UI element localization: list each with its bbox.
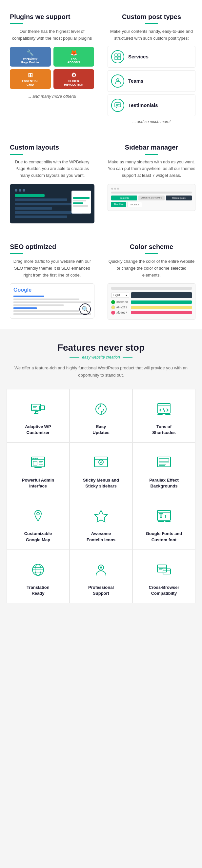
admin-icon [30,454,46,471]
cpt-title: Custom post types [107,13,196,21]
cpt-icon-testimonials [111,99,124,112]
feature-map-label: CustomizableGoogle Map [24,531,52,542]
svg-marker-38 [95,510,107,522]
svg-rect-3 [118,57,121,60]
cp-color-row-2: #f4e271 [111,305,192,309]
cp-light-select[interactable]: Light ▾ [111,292,129,298]
feature-adaptive-wp: Adaptive WPCustomizer [6,389,69,442]
page-wrapper: Plugins we support Our theme has the hig… [0,0,202,616]
feature-fontello-label: AwesomeFontello Icons [87,531,115,542]
feature-icon-map [28,506,48,526]
feature-support-label: ProfessionalSupport [88,585,114,596]
svg-text:T: T [164,514,167,519]
cp-swatch-1 [131,301,192,304]
feature-admin: Powerful AdminInterface [6,442,69,496]
feature-browser-label: Cross-BrowserCompatibilty [148,585,179,596]
dot2 [19,189,21,192]
layout-bar-med [15,198,67,201]
feature-google-map: CustomizableGoogle Map [6,496,69,550]
svg-point-22 [34,458,36,459]
feature-easy-updates: EasyUpdates [69,389,133,442]
easy-updates-icon [93,401,109,417]
plugin-slider: ⚙ SLIDERREVOLUTION [54,69,95,89]
plugins-title: Plugins we support [10,13,94,21]
browser-icon [156,562,172,578]
cpt-item-teams: Teams [107,70,196,92]
sidebar-manager-title: Sidebar manager [107,144,196,151]
support-icon [93,562,109,578]
custom-post-column: Custom post types Make your contents han… [101,10,202,127]
cp-chevron-icon: ▾ [126,294,127,297]
svg-rect-24 [33,461,37,465]
sticky-icon [93,454,109,471]
feature-fontello: AwesomeFontello Icons [69,496,133,550]
feature-icon-admin [28,453,48,472]
fontello-icon [93,508,109,524]
features-subtitle-line-right [123,357,133,358]
color-scheme-title: Color scheme [107,243,196,251]
feature-updates-label: EasyUpdates [93,424,109,436]
plugin-trx-label: TRXADDONS [67,57,80,64]
feature-admin-label: Powerful AdminInterface [22,477,54,489]
svg-rect-29 [95,457,107,467]
feature-icon-adaptive [28,399,48,419]
color-preview: Light ▾ #0ab138 #f4e271 #f0 [107,283,196,319]
plugins-desc: Our theme has the highest level of compa… [10,28,94,42]
plugin-trx-icon: 🦊 [70,49,77,56]
cpt-teams-label: Teams [128,78,143,84]
search-icon: 🔍 [82,306,89,313]
cp-dark-bar [131,292,192,298]
cpt-services-label: Services [128,54,148,59]
cpt-title-line [145,23,158,24]
seo-line3 [13,302,91,303]
feature-icon-parallax [154,453,174,472]
color-scheme-column: Color scheme Quickly change the color of… [101,240,202,323]
svg-point-21 [32,458,34,459]
plugin-wpbakery-icon: 🔧 [27,49,34,56]
feature-icon-support [91,560,111,580]
feature-icon-shortcodes [154,399,174,419]
feature-sticky: Sticky Menus andSticky sidebars [69,442,133,496]
svg-rect-1 [118,54,121,56]
cpt-icon-services [111,50,124,63]
lower-section: SEO optimized Drag more traffic to your … [0,233,202,329]
cpt-icon-teams [111,74,124,88]
fonts-icon: T T [156,508,172,524]
sb-grid-row2: About Me MOBILE [111,202,192,207]
feature-icon-fontello [91,506,111,526]
seo-line1 [13,296,44,297]
sb-dot3 [117,188,119,190]
top-section: Plugins we support Our theme has the hig… [0,0,202,134]
sb-dot1 [111,188,113,190]
features-title: Features never stop [6,342,196,353]
feature-support: ProfessionalSupport [69,550,133,603]
testimonials-svg-icon [114,102,121,109]
seo-preview: Google 🔍 [10,283,95,318]
sub-bar1 [73,197,90,199]
color-scheme-desc: Quickly change the color of the entire w… [107,258,196,279]
plugin-slider-icon: ⚙ [71,71,76,79]
plugin-essential: ⊞ ESSENTIALGRID [10,69,51,89]
svg-point-13 [96,404,106,414]
feature-icon-translation [28,560,48,580]
svg-rect-14 [158,403,170,413]
cp-hex-1: #0ab138 [116,301,130,304]
layout-preview [10,184,95,223]
seo-line2 [13,299,79,300]
sidebar-manager-desc: Make as many sidebars with ads as you wa… [107,159,196,179]
cpt-list: Services Teams [107,46,196,116]
seo-title: SEO optimized [10,243,95,251]
svg-point-23 [36,458,38,459]
sub-bar3 [73,203,83,204]
sb-btn-about: About Me [111,202,126,207]
plugin-slider-label: SLIDERREVOLUTION [64,80,83,87]
plugin-essential-icon: ⊞ [28,71,33,79]
sb-btn-mobile: MOBILE [128,202,142,207]
feature-fonts: T T Google Fonts andCustom font [133,496,196,550]
custom-layouts-title: Custom layouts [10,144,95,151]
custom-layouts-line [10,154,23,155]
feature-shortcodes: Tons ofShortcodes [133,389,196,442]
feature-icon-updates [91,399,111,419]
cpt-item-services: Services [107,46,196,68]
svg-rect-5 [115,103,121,107]
